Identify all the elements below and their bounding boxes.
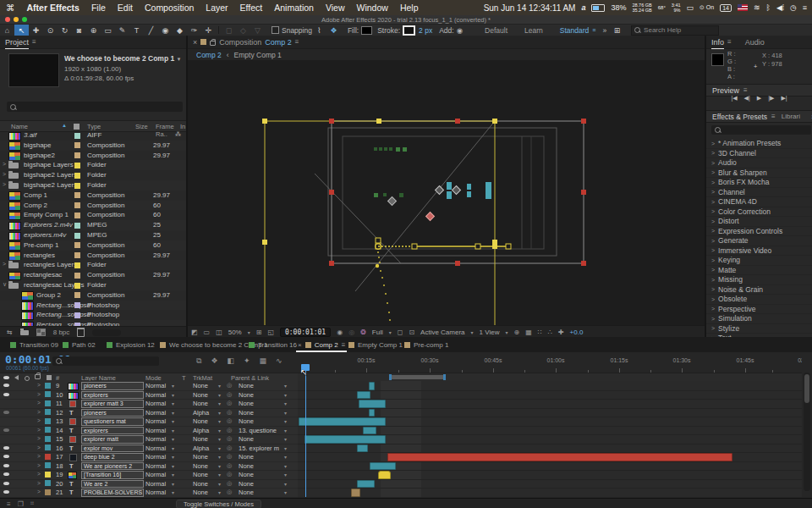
trkmat-dropdown[interactable]: None [193,471,208,478]
project-item-row[interactable]: >bigshape2 LayersFolder [0,180,186,190]
layer-duration-bar[interactable] [370,462,396,471]
trkmat-dropdown[interactable]: None [193,400,208,407]
layer-label-chip[interactable] [45,462,51,468]
new-folder-icon[interactable] [20,330,29,335]
layer-duration-bar[interactable] [299,417,386,426]
trkmat-dropdown[interactable]: None [193,435,208,443]
pickwhip-icon[interactable]: ◎ [227,471,232,478]
parent-link-dropdown[interactable]: None [239,471,254,478]
pickwhip-icon[interactable]: ◎ [227,444,232,451]
resolution-value[interactable]: Full [372,329,383,336]
item-name[interactable]: Comp 2 [24,202,47,209]
collapse-icon[interactable]: ∨ [3,281,7,288]
category-expand-icon[interactable]: > [711,141,715,146]
volume-icon[interactable]: ◀⦙ [776,3,784,13]
type-tool[interactable]: T [129,25,144,36]
layer-name-field[interactable]: We are pioneers 2 [81,462,144,471]
category-expand-icon[interactable]: > [711,306,715,312]
toggle-switches-modes-button[interactable]: Toggle Switches / Modes [176,500,261,508]
memory-stats[interactable]: 28.76 GB 35.24 GB [632,3,651,13]
effects-category[interactable]: >Distort [706,217,812,227]
layer-expand-icon[interactable]: > [37,462,41,468]
label-color-chip[interactable] [74,183,80,189]
item-name[interactable]: bigshape Layers [24,161,74,168]
label-color-chip[interactable] [74,283,80,289]
workspace-default[interactable]: Default [485,26,508,35]
clock-datetime[interactable]: Sun Jun 14 12:34:11 AM [484,3,576,13]
trkmat-dropdown[interactable]: None [193,391,208,399]
pickwhip-icon[interactable]: ◎ [227,400,232,406]
category-expand-icon[interactable]: > [711,325,715,331]
tab-project[interactable]: Project [5,38,29,47]
layer-duration-bar[interactable] [378,471,391,479]
brainstorm-icon[interactable]: ▦ [260,356,267,366]
layer-name-field[interactable]: [Transition 16] [81,471,144,479]
menu-effect[interactable]: Effect [234,3,269,13]
blend-mode-dropdown[interactable]: Normal [145,435,166,443]
always-preview-icon[interactable]: ◩ [191,329,198,336]
pickwhip-icon[interactable]: ◎ [227,453,232,460]
transparency-grid-icon[interactable]: ◻ [398,329,403,336]
layer-visibility-eye-icon[interactable] [3,482,9,485]
comp-label-chip[interactable] [200,39,206,45]
expand-icon[interactable]: > [3,261,6,267]
parent-dropdown-icon[interactable]: ▾ [284,428,287,433]
graph-editor-icon[interactable]: ∿ [276,356,283,366]
preview-panel-menu-icon[interactable]: ≡ [743,86,748,94]
stroke-width-value[interactable]: 2 px [419,26,432,35]
effects-category[interactable]: >Generate [706,236,812,246]
display-icon[interactable]: ▭ [687,3,694,12]
layer-name-field[interactable]: questioners mat [81,417,144,426]
category-expand-icon[interactable]: > [711,238,715,244]
layer-visibility-eye-icon[interactable] [3,411,9,414]
parent-dropdown-icon[interactable]: ▾ [284,472,287,478]
trkmat-dropdown-icon[interactable]: ▾ [218,428,221,433]
breadcrumb-back-icon[interactable]: ‹ [227,51,229,59]
trkmat-dropdown-icon[interactable]: ▾ [218,436,221,442]
item-name[interactable]: bigshape2 [24,152,55,159]
new-composition-icon[interactable] [36,329,46,336]
layer-duration-bar[interactable] [357,391,370,400]
blend-mode-dropdown-icon[interactable]: ▾ [172,436,174,442]
effects-category[interactable]: >Obsolete [706,295,812,305]
item-name[interactable]: 3.aif [24,131,36,139]
snap-feature-icon[interactable]: ❖ [326,25,341,36]
menu-animation[interactable]: Animation [268,3,320,13]
clone-stamp-tool[interactable]: ◉ [158,25,173,36]
snapping-checkbox[interactable] [272,26,279,34]
effects-category[interactable]: >Audio [706,158,812,168]
timeline-search-field[interactable] [52,356,159,366]
layer-label-chip[interactable] [45,472,51,478]
parent-link-dropdown[interactable]: None [239,435,254,443]
pixel-aspect-icon[interactable]: ⊕ [513,329,519,336]
category-expand-icon[interactable]: > [711,286,715,292]
camera-view-value[interactable]: Active Camera [420,329,464,336]
tab-libraries[interactable]: Librari [782,113,800,120]
magnification-value[interactable]: 50% [228,329,242,336]
shape-tool[interactable]: ▭ [101,25,115,36]
fast-previews-icon[interactable]: ▦ [525,329,532,336]
category-expand-icon[interactable]: > [711,277,715,283]
camera-dropdown-icon[interactable]: ▾ [471,329,474,335]
first-frame-button[interactable]: |◀ [731,95,737,102]
blend-mode-dropdown-icon[interactable]: ▾ [172,463,174,469]
expand-icon[interactable]: > [3,161,6,167]
layer-expand-icon[interactable]: > [37,427,41,433]
puppet-pin-tool[interactable]: ✛ [201,25,216,36]
layer-duration-bar[interactable] [369,382,375,390]
layer-expand-icon[interactable]: > [37,471,41,477]
lock-icon[interactable] [210,41,216,46]
blend-mode-dropdown-icon[interactable]: ▾ [172,428,174,433]
label-color-chip[interactable] [74,223,80,229]
category-expand-icon[interactable]: > [711,179,715,185]
project-search-field[interactable] [7,102,183,112]
blend-mode-dropdown-icon[interactable]: ▾ [172,392,174,398]
more-workspaces-icon[interactable]: » [602,26,606,35]
trkmat-dropdown-icon[interactable]: ▾ [218,472,221,478]
pickwhip-icon[interactable]: ◎ [227,382,232,389]
timeline-tab-path-02[interactable]: Path 02 [59,337,99,352]
category-expand-icon[interactable]: > [711,267,715,273]
search-help-field[interactable]: Search Help [631,25,719,36]
playhead-line[interactable] [305,369,306,497]
parent-link-dropdown[interactable]: 15. explorer m [239,444,279,452]
